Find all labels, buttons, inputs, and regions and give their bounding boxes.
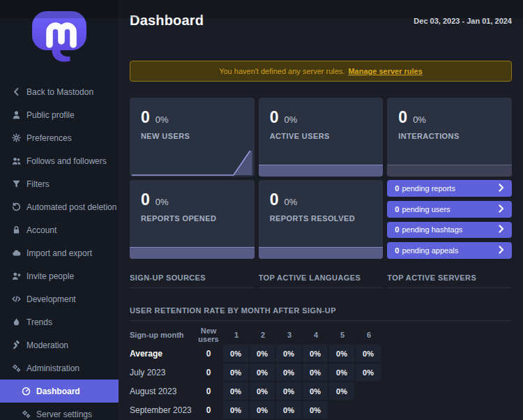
- pending-actions: 0pending reports 0pending users 0pending…: [387, 180, 512, 259]
- page-header: Dashboard Dec 03, 2023 - Jan 01, 2024: [130, 13, 512, 32]
- chevron-right-icon: [499, 204, 504, 214]
- sidebar-item-label: Filters: [26, 179, 50, 189]
- retention-cell: 0%: [250, 345, 275, 362]
- column-header: 1: [223, 331, 250, 339]
- server-rules-warning-banner: You haven't defined any server rules. Ma…: [130, 61, 512, 82]
- pending-reports-button[interactable]: 0pending reports: [387, 180, 512, 197]
- new-users-value: 0: [194, 368, 223, 377]
- stat-percent: 0%: [156, 114, 169, 125]
- sidebar-item-label: Public profile: [26, 110, 75, 120]
- retention-cell: 0%: [276, 363, 301, 381]
- sidebar: Back to Mastodon Public profile Preferen…: [0, 0, 119, 420]
- table-row: September 2023 0 0% 0% 0% 0%: [130, 400, 512, 419]
- retention-cell: 0%: [303, 363, 328, 381]
- sidebar-item-development[interactable]: Development: [0, 287, 119, 310]
- column-header: 4: [303, 331, 329, 339]
- retention-cell: 0%: [303, 382, 328, 400]
- history-icon: [12, 202, 21, 211]
- user-icon: [12, 110, 21, 119]
- stat-value: 0: [398, 108, 407, 127]
- main-content: Dashboard Dec 03, 2023 - Jan 01, 2024 Yo…: [119, 0, 523, 420]
- page-title: Dashboard: [130, 13, 204, 29]
- manage-server-rules-link[interactable]: Manage server rules: [348, 67, 422, 75]
- retention-cell: 0%: [329, 382, 354, 400]
- stat-card-active-users: 0 0% ACTIVE USERS: [259, 98, 384, 177]
- stat-value: 0: [270, 108, 279, 127]
- bar-chart: [259, 247, 384, 259]
- pending-hashtags-button[interactable]: 0pending hashtags: [387, 222, 512, 239]
- sidebar-item-label: Automated post deletion: [26, 202, 116, 212]
- chevron-right-icon: [499, 246, 504, 255]
- stat-value: 0: [141, 190, 150, 209]
- sidebar-item-label: Server settings: [36, 410, 92, 419]
- pending-count: 0: [395, 205, 399, 213]
- retention-cell: 0%: [223, 382, 248, 400]
- new-users-value: 0: [194, 349, 223, 359]
- stat-card-new-users: 0 0% NEW USERS: [130, 98, 255, 177]
- stat-percent: 0%: [156, 197, 169, 207]
- sidebar-item-label: Account: [26, 225, 56, 235]
- pending-appeals-button[interactable]: 0pending appeals: [387, 242, 512, 259]
- sidebar-item-label: Trends: [26, 317, 52, 327]
- retention-table: Sign-up month New users 1 2 3 4 5 6 Aver…: [130, 325, 512, 419]
- gauge-icon: [22, 387, 31, 396]
- sidebar-item-follows-and-followers[interactable]: Follows and followers: [0, 149, 119, 172]
- sidebar-item-dashboard[interactable]: Dashboard: [0, 380, 119, 403]
- sidebar-item-account[interactable]: Account: [0, 218, 119, 241]
- sidebar-item-back-to-mastodon[interactable]: Back to Mastodon: [0, 80, 119, 103]
- sidebar-item-invite-people[interactable]: Invite people: [0, 264, 119, 287]
- retention-cell: 0%: [356, 345, 381, 362]
- stat-label: REPORTS RESOLVED: [270, 214, 372, 223]
- stat-percent: 0%: [284, 197, 297, 207]
- lock-icon: [12, 225, 21, 234]
- sidebar-item-preferences[interactable]: Preferences: [0, 126, 119, 149]
- mastodon-logo: [0, 0, 119, 70]
- sidebar-item-import-and-export[interactable]: Import and export: [0, 241, 119, 264]
- top-active-languages-header: TOP ACTIVE LANGUAGES: [259, 273, 384, 288]
- sidebar-item-public-profile[interactable]: Public profile: [0, 103, 119, 126]
- retention-cell: 0%: [356, 363, 381, 381]
- sidebar-item-moderation[interactable]: Moderation: [0, 333, 119, 357]
- date-range: Dec 03, 2023 - Jan 01, 2024: [414, 17, 512, 25]
- retention-cell: 0%: [276, 382, 301, 400]
- sidebar-item-automated-post-deletion[interactable]: Automated post deletion: [0, 195, 119, 218]
- users-icon: [12, 156, 21, 165]
- retention-cell: 0%: [276, 401, 301, 419]
- sidebar-item-administration[interactable]: Administration: [0, 357, 119, 380]
- table-row: July 2023 0 0% 0% 0% 0% 0% 0%: [130, 363, 512, 382]
- sidebar-item-trends[interactable]: Trends: [0, 310, 119, 333]
- sidebar-item-server-settings[interactable]: Server settings: [0, 403, 119, 420]
- new-users-value: 0: [194, 387, 223, 396]
- pending-count: 0: [395, 246, 399, 255]
- cogs-icon: [12, 363, 21, 373]
- row-label: September 2023: [130, 405, 194, 415]
- cloud-icon: [12, 248, 21, 257]
- signup-sources-header: SIGN-UP SOURCES: [130, 273, 255, 288]
- table-row: Average 0 0% 0% 0% 0% 0% 0%: [130, 344, 512, 363]
- sidebar-item-filters[interactable]: Filters: [0, 172, 119, 195]
- pending-users-button[interactable]: 0pending users: [387, 201, 512, 218]
- cogs-icon: [22, 410, 31, 419]
- table-row: August 2023 0 0% 0% 0% 0% 0%: [130, 382, 512, 400]
- pending-label: pending appeals: [402, 246, 458, 255]
- gavel-icon: [12, 340, 21, 350]
- retention-cell: 0%: [276, 345, 301, 362]
- sidebar-item-label: Dashboard: [36, 387, 80, 396]
- bar-chart: [259, 165, 384, 177]
- sidebar-item-label: Import and export: [26, 248, 92, 258]
- stat-card-reports-resolved: 0 0% REPORTS RESOLVED: [259, 180, 384, 259]
- pending-label: pending users: [402, 205, 450, 213]
- retention-cell: 0%: [250, 363, 275, 381]
- stat-label: INTERACTIONS: [398, 132, 501, 140]
- retention-cell: 0%: [223, 345, 248, 362]
- sidebar-nav: Back to Mastodon Public profile Preferen…: [0, 70, 119, 420]
- retention-section-header: USER RETENTION RATE BY MONTH AFTER SIGN-…: [130, 306, 512, 321]
- stat-card-reports-opened: 0 0% REPORTS OPENED: [130, 180, 255, 259]
- user-plus-icon: [12, 271, 21, 280]
- filter-icon: [12, 179, 21, 188]
- stat-label: REPORTS OPENED: [141, 214, 243, 223]
- retention-cell: 0%: [303, 345, 328, 362]
- column-header: 3: [276, 331, 303, 339]
- pending-count: 0: [395, 184, 399, 193]
- code-icon: [12, 294, 21, 303]
